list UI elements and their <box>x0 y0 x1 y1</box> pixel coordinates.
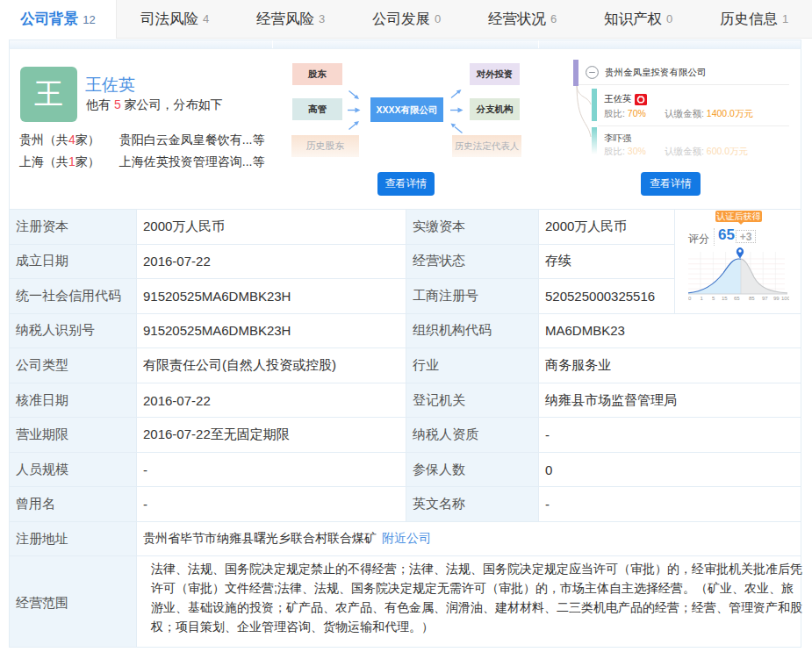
svg-text:1: 1 <box>701 296 704 301</box>
svg-text:0: 0 <box>688 296 692 301</box>
svg-text:15: 15 <box>722 296 728 301</box>
svg-text:65: 65 <box>734 296 740 301</box>
svg-text:100: 100 <box>781 296 789 301</box>
svg-text:97: 97 <box>762 296 768 301</box>
svg-text:99: 99 <box>773 296 780 301</box>
svg-text:5: 5 <box>712 296 715 301</box>
svg-text:85: 85 <box>749 296 755 301</box>
